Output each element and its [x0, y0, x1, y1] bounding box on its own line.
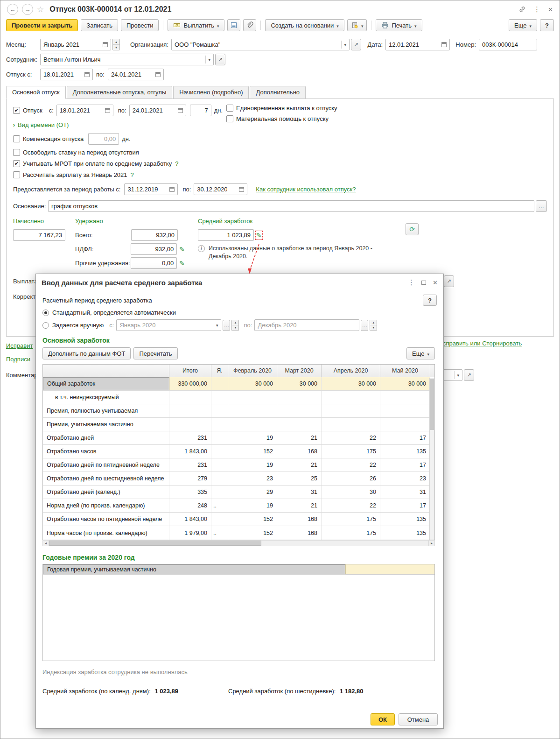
row-label-cell[interactable]: Отработано часов по пятидневной неделе: [43, 513, 169, 526]
column-header[interactable]: Февраль 2020: [228, 365, 277, 377]
calendar-icon[interactable]: [169, 187, 175, 192]
value-cell[interactable]: 19: [228, 431, 277, 444]
value-cell[interactable]: 21: [277, 499, 322, 512]
horizontal-scrollbar[interactable]: [42, 540, 435, 546]
chevron-right-icon[interactable]: [13, 122, 15, 128]
fix-document-link[interactable]: Исправит: [6, 342, 33, 349]
value-cell[interactable]: [380, 418, 430, 431]
table-row[interactable]: Норма дней (по произв. календарю)248..19…: [43, 499, 430, 513]
value-cell[interactable]: 168: [277, 526, 322, 540]
attachments-button[interactable]: [243, 19, 256, 31]
vacation-days-field[interactable]: 7: [190, 105, 211, 116]
mrot-checkbox[interactable]: [13, 160, 20, 167]
tab-2[interactable]: Начислено (подробно): [173, 86, 249, 99]
avg-earnings-edit-pencil-icon[interactable]: [256, 232, 262, 239]
post-button[interactable]: Провести: [121, 19, 159, 31]
calendar-icon[interactable]: [178, 108, 183, 113]
number-field[interactable]: 003К-000014: [479, 39, 537, 50]
value-cell[interactable]: 31: [277, 486, 322, 499]
material-aid-checkbox[interactable]: [226, 115, 233, 122]
calendar-icon[interactable]: [239, 187, 244, 192]
value-cell[interactable]: [380, 391, 430, 404]
value-cell[interactable]: 30 000: [277, 377, 322, 390]
tab-1[interactable]: Дополнительные отпуска, отгулы: [67, 86, 173, 99]
scroll-right-icon[interactable]: [428, 540, 435, 546]
manual-period-radio[interactable]: [42, 322, 49, 329]
value-cell[interactable]: 168: [277, 445, 322, 458]
create-based-on-button[interactable]: Создать на основании: [265, 19, 344, 31]
value-cell[interactable]: 231: [169, 431, 211, 444]
tab-3[interactable]: Дополнительно: [250, 86, 306, 99]
value-cell[interactable]: 330 000,00: [169, 377, 211, 390]
row-label-cell[interactable]: Отработано часов: [43, 445, 169, 458]
value-cell[interactable]: [169, 404, 211, 417]
vacation-from-field[interactable]: 18.01.2021: [40, 69, 93, 80]
value-cell[interactable]: 152: [228, 526, 277, 540]
month-stepper[interactable]: [112, 39, 120, 50]
calendar-icon[interactable]: [84, 72, 90, 77]
dropdown-caret-icon[interactable]: [205, 56, 210, 63]
mrot-help-link[interactable]: [175, 160, 178, 167]
pay-button[interactable]: Выплатить: [168, 19, 224, 31]
vertical-scrollbar-thumb[interactable]: [430, 379, 434, 430]
document-actions-button[interactable]: [347, 19, 367, 31]
value-cell[interactable]: [211, 391, 228, 404]
table-row[interactable]: Отработано дней (календ.)33529313031: [43, 486, 430, 499]
ok-button[interactable]: ОК: [371, 713, 395, 725]
column-header[interactable]: Итого: [169, 365, 211, 377]
value-cell[interactable]: [228, 391, 277, 404]
accrued-field[interactable]: 7 167,23: [13, 229, 65, 241]
value-cell[interactable]: [211, 445, 228, 458]
refresh-button[interactable]: [406, 223, 419, 235]
value-cell[interactable]: [211, 472, 228, 485]
value-cell[interactable]: 135: [380, 526, 430, 540]
compensation-days-field[interactable]: 0,00: [88, 133, 119, 145]
value-cell[interactable]: 25: [277, 472, 322, 485]
write-button[interactable]: Записать: [81, 19, 118, 31]
row-label-cell[interactable]: Отработано дней (календ.): [43, 486, 169, 499]
pencil-icon[interactable]: [179, 260, 185, 267]
value-cell[interactable]: 231: [169, 458, 211, 472]
value-cell[interactable]: 21: [277, 458, 322, 472]
vacation-to-field-inner[interactable]: 24.01.2021: [129, 105, 186, 116]
release-rate-checkbox[interactable]: [13, 149, 20, 156]
row-label-cell[interactable]: Норма часов (по произв. календарю): [43, 526, 169, 540]
favorite-star-icon[interactable]: [37, 5, 44, 14]
employee-field[interactable]: Веткин Антон Ильич: [40, 54, 214, 65]
tab-0[interactable]: Основной отпуск: [6, 86, 66, 99]
comment-open-button[interactable]: [464, 369, 474, 381]
value-cell[interactable]: [169, 418, 211, 431]
value-cell[interactable]: 135: [380, 445, 430, 458]
dialog-close-icon[interactable]: [433, 279, 438, 286]
table-row[interactable]: Норма часов (по произв. календарю)1 979,…: [43, 526, 430, 540]
organization-open-button[interactable]: [351, 39, 361, 50]
vacation-usage-link[interactable]: Как сотрудник использовал отпуск?: [256, 186, 356, 193]
forward-icon[interactable]: [22, 4, 33, 15]
annual-bonus-row[interactable]: Годовая премия, учитываемая частично: [43, 564, 434, 575]
row-label-cell[interactable]: Отработано дней: [43, 431, 169, 444]
link-icon[interactable]: [518, 6, 526, 13]
pencil-icon[interactable]: [179, 246, 185, 253]
compensation-checkbox[interactable]: [13, 135, 20, 142]
calc-salary-help-link[interactable]: [131, 171, 134, 178]
value-cell[interactable]: [211, 418, 228, 431]
organization-field[interactable]: ООО "Ромашка": [171, 39, 350, 50]
fill-from-fot-button[interactable]: Дополнить по данным ФОТ: [42, 347, 131, 359]
value-cell[interactable]: ..: [211, 526, 228, 540]
manual-from-field[interactable]: Январь 2020: [116, 319, 221, 331]
value-cell[interactable]: 135: [380, 513, 430, 526]
back-icon[interactable]: [7, 4, 18, 15]
manual-from-stepper[interactable]: [231, 320, 239, 331]
value-cell[interactable]: 22: [322, 431, 380, 444]
total-field[interactable]: 932,00: [131, 229, 178, 241]
signatures-link[interactable]: Подписи: [6, 356, 30, 363]
value-cell[interactable]: 19: [228, 499, 277, 512]
row-label-cell[interactable]: Премия, учитываемая частично: [43, 418, 169, 431]
value-cell[interactable]: 175: [322, 513, 380, 526]
value-cell[interactable]: [211, 513, 228, 526]
value-cell[interactable]: [211, 404, 228, 417]
value-cell[interactable]: 26: [322, 472, 380, 485]
value-cell[interactable]: 30 000: [228, 377, 277, 390]
close-icon[interactable]: [548, 6, 553, 13]
fix-or-storno-link[interactable]: справить или Сторнировать: [443, 340, 522, 347]
